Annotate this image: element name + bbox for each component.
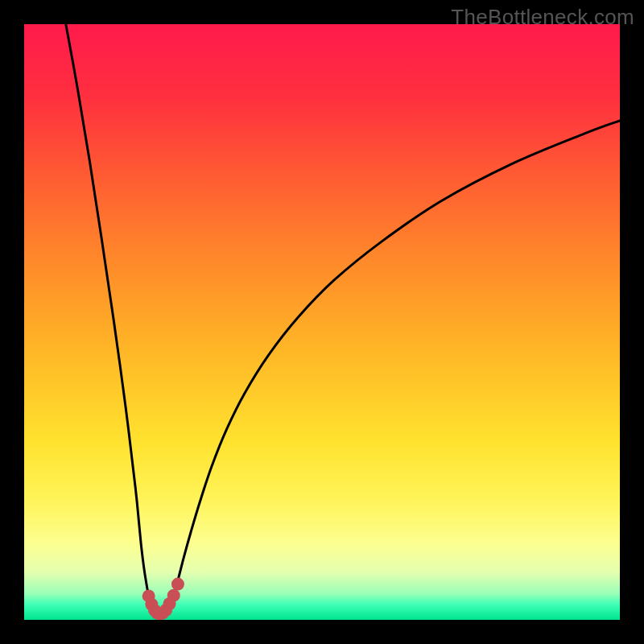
valley-dot [167, 589, 180, 602]
plot-area [24, 24, 620, 620]
chart-svg [24, 24, 620, 620]
valley-dot [171, 578, 184, 591]
chart-frame: TheBottleneck.com [0, 0, 644, 644]
